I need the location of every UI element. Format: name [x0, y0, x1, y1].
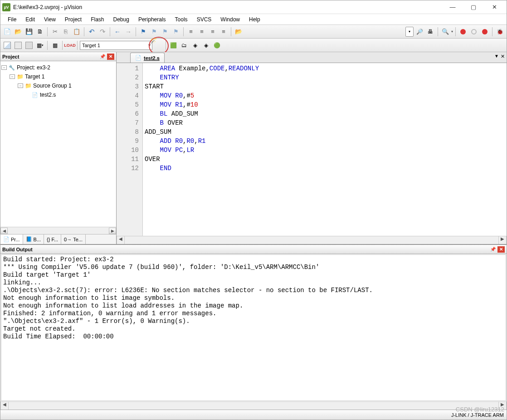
build-h-scrollbar[interactable]: ◀ ▶ [0, 401, 507, 410]
target-select[interactable]: Target 1 [80, 41, 152, 50]
scroll-right-icon[interactable]: ▶ [498, 236, 507, 244]
bookmark-toggle-button[interactable] [138, 27, 148, 37]
maximize-button[interactable]: ▢ [463, 1, 484, 14]
build-output-panel: Build Output 📌 ✕ Build started: Project:… [0, 244, 507, 410]
editor-close-icon[interactable]: ✕ [501, 54, 505, 59]
comment-button[interactable] [208, 27, 218, 37]
line-number-gutter: 123456789101112 [117, 63, 143, 236]
menu-file[interactable]: File [3, 15, 21, 24]
project-panel: Project 📌 ✕ − 🔧 Project: ex3-2 − Target … [0, 52, 117, 244]
build-output-title: Build Output [2, 247, 33, 252]
file-icon [135, 55, 141, 61]
close-button[interactable]: ✕ [484, 1, 505, 14]
editor-tab-label: test2.s [144, 55, 160, 61]
save-button[interactable] [24, 27, 34, 37]
books-button[interactable]: 🟢 [212, 40, 222, 50]
status-bar: J-LINK / J-TRACE ARM [0, 410, 507, 420]
select-software-packs-button[interactable]: 🗂 [179, 40, 189, 50]
scroll-right-icon[interactable]: ▶ [109, 228, 116, 234]
incremental-find-button[interactable]: 🔎 [414, 27, 424, 37]
undo-button[interactable] [87, 27, 97, 37]
open-file-button[interactable] [13, 27, 23, 37]
copy-button[interactable] [61, 27, 71, 37]
nav-forward-button[interactable] [123, 27, 133, 37]
target-options-button[interactable] [153, 40, 163, 50]
menu-project[interactable]: Project [60, 15, 86, 24]
pack-installer-button[interactable]: ◈ [201, 40, 211, 50]
build-button[interactable] [13, 40, 23, 50]
cut-button[interactable] [50, 27, 60, 37]
tree-file-node[interactable]: test2.s [1, 90, 115, 99]
menu-flash[interactable]: Flash [86, 15, 108, 24]
menu-help[interactable]: Help [244, 15, 265, 24]
debug-printf-button[interactable]: 🖶 [425, 27, 435, 37]
insert-breakpoint-button[interactable] [458, 27, 468, 37]
folder-icon [24, 83, 32, 89]
indent-button[interactable] [186, 27, 196, 37]
unindent-button[interactable] [197, 27, 207, 37]
disable-breakpoint-button[interactable] [480, 27, 490, 37]
editor-tab[interactable]: test2.s [130, 53, 165, 63]
bookmark-next-button[interactable] [160, 27, 170, 37]
editor-area: test2.s ▼ ✕ 123456789101112 AREA Example… [117, 52, 507, 244]
find-in-files-button[interactable] [234, 27, 244, 37]
menu-edit[interactable]: Edit [21, 15, 39, 24]
project-tree[interactable]: − 🔧 Project: ex3-2 − Target 1 − Source G… [0, 61, 116, 227]
scroll-left-icon[interactable]: ◀ [117, 236, 125, 244]
bookmark-prev-button[interactable] [149, 27, 159, 37]
tree-group-node[interactable]: − Source Group 1 [1, 81, 115, 90]
manage-rte-button[interactable]: ◈ [190, 40, 200, 50]
tree-target-node[interactable]: − Target 1 [1, 72, 115, 81]
batch-build-button[interactable]: ▦▾ [35, 40, 45, 50]
scroll-left-icon[interactable]: ◀ [0, 402, 9, 410]
editor-dropdown-icon[interactable]: ▼ [494, 54, 499, 59]
tab-functions[interactable]: {}F... [44, 234, 61, 244]
enable-breakpoint-button[interactable] [469, 27, 479, 37]
scroll-left-icon[interactable]: ◀ [0, 228, 8, 234]
status-debugger: J-LINK / J-TRACE ARM [451, 412, 504, 418]
menu-window[interactable]: Window [216, 15, 244, 24]
panel-close-button[interactable]: ✕ [497, 246, 505, 253]
build-output-text[interactable]: Build started: Project: ex3-2 *** Using … [1, 254, 506, 401]
tree-collapse-icon[interactable]: − [18, 83, 23, 88]
menu-svcs[interactable]: SVCS [192, 15, 216, 24]
manage-project-items-button[interactable]: 🟩 [168, 40, 178, 50]
stop-build-button[interactable]: ▦ [50, 40, 60, 50]
main-area: Project 📌 ✕ − 🔧 Project: ex3-2 − Target … [0, 52, 507, 244]
nav-back-button[interactable] [112, 27, 122, 37]
tree-project-node[interactable]: − 🔧 Project: ex3-2 [1, 63, 115, 72]
editor-tabstrip: test2.s ▼ ✕ [117, 52, 507, 63]
minimize-button[interactable]: — [442, 1, 463, 14]
editor-h-scrollbar[interactable]: ◀ ▶ [117, 236, 507, 244]
tab-books[interactable]: 📘B... [23, 234, 44, 244]
tree-collapse-icon[interactable]: − [1, 65, 7, 70]
rebuild-button[interactable] [24, 40, 34, 50]
code-content[interactable]: AREA Example,CODE,READONLY ENTRYSTART MO… [143, 63, 507, 236]
project-icon: 🔧 [8, 64, 15, 71]
save-all-button[interactable] [35, 27, 45, 37]
project-h-scrollbar[interactable]: ◀ ▶ [0, 227, 116, 234]
tree-collapse-icon[interactable]: − [10, 74, 15, 79]
code-editor[interactable]: 123456789101112 AREA Example,CODE,READON… [117, 63, 507, 236]
pin-icon[interactable]: 📌 [489, 246, 497, 253]
kill-breakpoints-button[interactable]: 🐞 [495, 27, 505, 37]
menu-tools[interactable]: Tools [171, 15, 192, 24]
find-dropdown[interactable]: ▾ [405, 27, 414, 37]
scroll-right-icon[interactable]: ▶ [498, 402, 507, 410]
panel-close-button[interactable]: ✕ [107, 54, 114, 60]
tab-templates[interactable]: 0→Te... [61, 234, 86, 244]
paste-button[interactable] [72, 27, 82, 37]
new-file-button[interactable] [2, 27, 12, 37]
pin-icon[interactable]: 📌 [99, 54, 106, 60]
bookmark-clear-button[interactable] [171, 27, 181, 37]
menu-peripherals[interactable]: Peripherals [134, 15, 171, 24]
debug-session-button[interactable] [440, 27, 450, 37]
menu-debug[interactable]: Debug [109, 15, 134, 24]
uncomment-button[interactable] [219, 27, 229, 37]
translate-button[interactable] [2, 40, 12, 50]
download-button[interactable]: LOAD [65, 40, 75, 50]
project-panel-header: Project 📌 ✕ [0, 52, 116, 61]
menu-view[interactable]: View [39, 15, 60, 24]
redo-button[interactable] [98, 27, 107, 37]
tab-project[interactable]: 📄Pr... [0, 234, 23, 244]
